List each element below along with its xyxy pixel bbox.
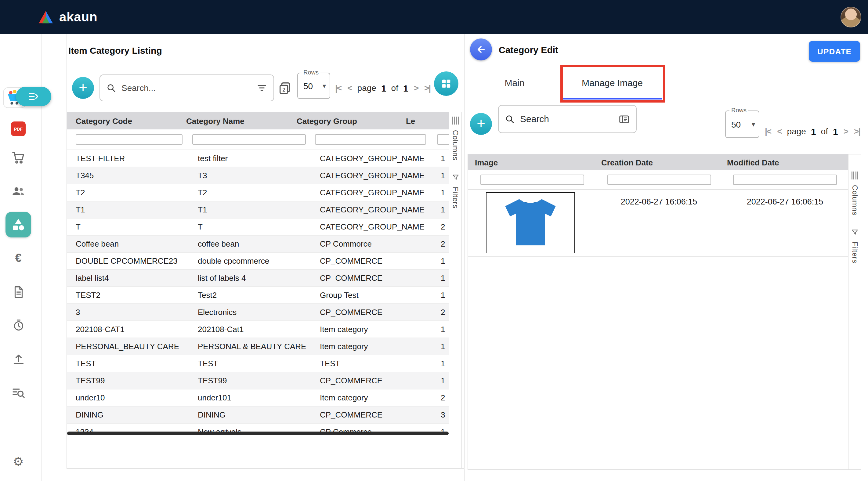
table-row[interactable]: under10under101Item category2: [67, 389, 448, 407]
column-header-image[interactable]: Image: [468, 158, 596, 167]
filter-list-icon[interactable]: [256, 82, 267, 93]
sidebar-item-settings[interactable]: ⚙: [4, 450, 33, 473]
horizontal-scrollbar[interactable]: [67, 431, 448, 435]
sidebar-item-documents[interactable]: [4, 281, 33, 303]
rows-label: Rows: [302, 69, 320, 76]
people-icon: [11, 184, 26, 199]
column-header-modified-date[interactable]: Modified Date: [722, 158, 848, 167]
table-row[interactable]: T2T2CATEGORY_GROUP_NAME1: [67, 184, 448, 202]
search-list-icon: [11, 385, 26, 400]
filter-input-category-code[interactable]: [76, 134, 183, 145]
cell-category-name: TEST: [189, 359, 311, 368]
table-view-icon[interactable]: [618, 113, 630, 125]
cell-category-name: list of labels 4: [189, 273, 311, 282]
sidebar-item-upload[interactable]: [4, 348, 33, 370]
columns-toggle[interactable]: Columns: [850, 185, 859, 215]
add-image-button[interactable]: +: [470, 113, 492, 135]
sidebar-toggle-button[interactable]: [16, 87, 51, 106]
column-header-category-code[interactable]: Category Code: [67, 116, 178, 125]
first-page-button[interactable]: |<: [335, 83, 342, 93]
rows-per-page-selector[interactable]: Rows 50 ▾: [297, 72, 330, 99]
column-header-category-name[interactable]: Category Name: [178, 116, 288, 125]
table-row[interactable]: TEST-FILTERtest filterCATEGORY_GROUP_NAM…: [67, 150, 448, 167]
category-image-thumbnail[interactable]: [486, 192, 575, 253]
cell-category-name: T3: [189, 171, 311, 180]
euro-icon: €: [15, 251, 21, 265]
search-input[interactable]: [121, 83, 251, 93]
image-table-container: Image Creation Date Modified Date: [468, 154, 861, 470]
cell-category-name: double cpcommerce: [189, 257, 311, 266]
filter-input-modified-date[interactable]: [733, 175, 837, 185]
cell-category-group: CP Commorce: [311, 239, 433, 248]
cell-category-group: CP_COMMERCE: [311, 376, 433, 385]
sidebar-item-audit-search[interactable]: [4, 382, 33, 403]
filter-funnel-icon[interactable]: [452, 173, 459, 181]
tab-main[interactable]: Main: [496, 73, 533, 92]
table-row[interactable]: label list4list of labels 4CP_COMMERCE1: [67, 270, 448, 287]
pagination: |< < page 1 of 1 > >|: [335, 74, 431, 101]
filter-input-category-name[interactable]: [192, 134, 306, 145]
drag-handle-icon[interactable]: [851, 172, 858, 179]
next-page-button[interactable]: >: [843, 126, 848, 136]
filter-input-creation-date[interactable]: [607, 175, 711, 185]
prev-page-button[interactable]: <: [776, 126, 782, 136]
table-row[interactable]: TESTTESTTEST1: [67, 355, 448, 372]
sidebar-item-history[interactable]: [4, 314, 33, 336]
grid-view-button[interactable]: [434, 71, 458, 96]
filter-funnel-icon[interactable]: [851, 228, 859, 236]
table-row[interactable]: T1T1CATEGORY_GROUP_NAME1: [67, 202, 448, 218]
next-page-button[interactable]: >: [413, 83, 419, 93]
cell-category-group: CATEGORY_GROUP_NAME: [311, 154, 433, 163]
table-row[interactable]: DOUBLE CPCOMMERCE23double cpcommerceCP_C…: [67, 253, 448, 270]
shopping-cart-icon: [11, 150, 26, 165]
cell-level: 1: [433, 154, 448, 163]
sidebar-item-cart[interactable]: [4, 147, 33, 169]
page-label: page: [358, 83, 376, 93]
filters-toggle[interactable]: Filters: [850, 242, 859, 263]
column-header-level[interactable]: Le: [399, 116, 448, 125]
table-row[interactable]: 202108-CAT1202108-Cat1Item category1: [67, 321, 448, 338]
cell-level: 1: [433, 257, 448, 266]
table-row[interactable]: TTCATEGORY_GROUP_NAME2: [67, 218, 448, 236]
rows-per-page-selector[interactable]: Rows 50 ▾: [725, 111, 760, 138]
cell-category-code: DINING: [67, 410, 189, 419]
update-button[interactable]: UPDATE: [809, 41, 860, 62]
sidebar-item-contacts[interactable]: [4, 180, 33, 202]
table-row[interactable]: 3ElectronicsCP_COMMERCE2: [67, 304, 448, 321]
sidebar-item-item-category[interactable]: [5, 212, 31, 237]
filter-input-category-group[interactable]: [315, 134, 426, 145]
columns-toggle[interactable]: Columns: [451, 130, 460, 160]
rows-value: 50: [731, 119, 741, 129]
panel-divider: [464, 34, 465, 481]
first-page-button[interactable]: |<: [764, 126, 772, 136]
back-button[interactable]: [470, 38, 492, 60]
table-row[interactable]: T345T3CATEGORY_GROUP_NAME1: [67, 167, 448, 184]
last-page-button[interactable]: >|: [854, 126, 861, 136]
cell-category-name: Test2: [189, 291, 311, 300]
sidebar-item-pdf[interactable]: PDF: [4, 118, 33, 140]
table-row[interactable]: 2022-06-27 16:06:15 2022-06-27 16:06:15: [468, 190, 848, 257]
tab-manage-image[interactable]: Manage Image: [572, 73, 652, 92]
sidebar-item-currency[interactable]: €: [4, 247, 33, 269]
last-page-button[interactable]: >|: [424, 83, 431, 93]
add-category-button[interactable]: +: [72, 77, 94, 99]
table-row[interactable]: TEST99TEST99CP_COMMERCE1: [67, 372, 448, 389]
table-row[interactable]: Coffee beancoffee beanCP Commorce2: [67, 236, 448, 253]
prev-page-button[interactable]: <: [347, 83, 352, 93]
filter-input-level[interactable]: [437, 134, 448, 145]
table-row[interactable]: TEST2Test2Group Test1: [67, 287, 448, 304]
left-panel-bottom-border: [66, 468, 465, 469]
caret-down-icon: ▾: [752, 120, 755, 128]
column-header-creation-date[interactable]: Creation Date: [596, 158, 722, 167]
image-search-input[interactable]: [520, 114, 614, 124]
filter-input-image[interactable]: [480, 175, 584, 185]
filters-toggle[interactable]: Filters: [451, 187, 460, 208]
image-search-box: [498, 105, 637, 133]
avatar[interactable]: [840, 7, 861, 27]
table-row[interactable]: DININGDININGCP_COMMERCE3: [67, 407, 448, 424]
drag-handle-icon[interactable]: [452, 117, 459, 124]
column-header-category-group[interactable]: Category Group: [288, 116, 399, 125]
table-row[interactable]: PERSONAL_BEAUTY CAREPERSONAL & BEAUTY CA…: [67, 338, 448, 355]
akaun-logo-icon: [38, 10, 54, 24]
duplicate-pages-icon[interactable]: 2: [278, 81, 292, 95]
